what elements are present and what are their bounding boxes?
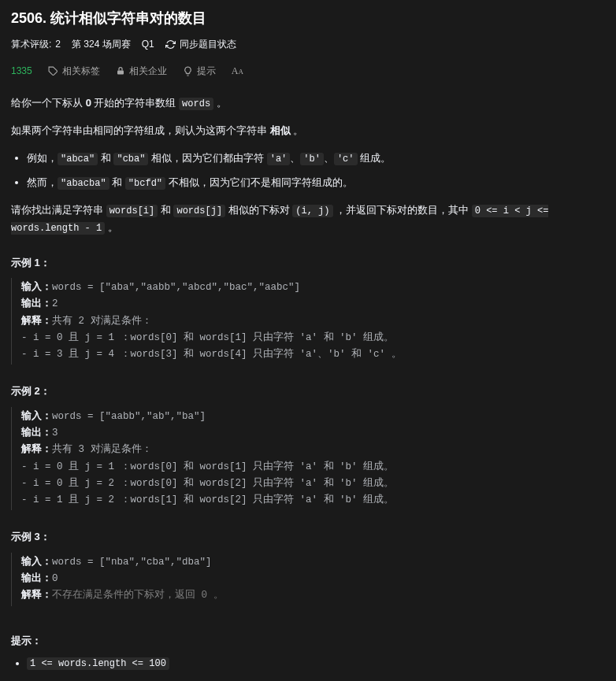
font-icon: AA bbox=[232, 64, 243, 78]
sync-status[interactable]: 同步题目状态 bbox=[165, 37, 236, 51]
tag-icon bbox=[48, 66, 58, 76]
hint-button[interactable]: 提示 bbox=[183, 64, 216, 78]
example-2: 输入：words = ["aabb","ab","ba"] 输出：3 解释：共有… bbox=[11, 407, 605, 511]
bullet-2: 然而，"abacba" 和 "bcfd" 不相似，因为它们不是相同字符组成的。 bbox=[27, 175, 605, 191]
desc-bullets: 例如，"abca" 和 "cba" 相似，因为它们都由字符 'a'、'b'、'c… bbox=[11, 150, 605, 191]
meta-row: 算术评级: 2 第 324 场周赛 Q1 同步题目状态 bbox=[11, 37, 605, 51]
example-1: 输入：words = ["aba","aabb","abcd","bac","a… bbox=[11, 278, 605, 365]
contest-link[interactable]: 第 324 场周赛 bbox=[72, 37, 131, 51]
desc-p3: 请你找出满足字符串 words[i] 和 words[j] 相似的下标对 (i,… bbox=[11, 202, 605, 235]
example-2-label: 示例 2： bbox=[11, 383, 605, 399]
lightbulb-icon bbox=[183, 66, 193, 76]
tags-button[interactable]: 相关标签 bbox=[48, 64, 100, 78]
svg-rect-1 bbox=[117, 71, 124, 75]
example-3-label: 示例 3： bbox=[11, 529, 605, 545]
bullet-1: 例如，"abca" 和 "cba" 相似，因为它们都由字符 'a'、'b'、'c… bbox=[27, 150, 605, 167]
toolbar: 1335 相关标签 相关企业 提示 AA bbox=[11, 64, 605, 78]
constraints-label: 提示： bbox=[11, 633, 605, 649]
example-3: 输入：words = ["nba","cba","dba"] 输出：0 解释：不… bbox=[11, 553, 605, 606]
constraints-list: 1 <= words.length <= 100 1 <= words[i].l… bbox=[11, 656, 605, 681]
ac-count[interactable]: 1335 bbox=[11, 64, 32, 78]
description: 给你一个下标从 0 开始的字符串数组 words 。 如果两个字符串由相同的字符… bbox=[11, 95, 605, 236]
example-1-label: 示例 1： bbox=[11, 255, 605, 271]
lock-icon bbox=[116, 66, 125, 76]
font-size-button[interactable]: AA bbox=[232, 64, 243, 78]
desc-p1: 给你一个下标从 0 开始的字符串数组 words 。 bbox=[11, 95, 605, 112]
companies-button[interactable]: 相关企业 bbox=[116, 64, 167, 78]
constraint-1: 1 <= words.length <= 100 bbox=[27, 656, 605, 671]
question-number: Q1 bbox=[142, 37, 154, 51]
refresh-icon bbox=[165, 39, 176, 50]
problem-title: 2506. 统计相似字符串对的数目 bbox=[11, 8, 605, 29]
desc-p2: 如果两个字符串由相同的字符组成，则认为这两个字符串 相似 。 bbox=[11, 123, 605, 139]
rating: 算术评级: 2 bbox=[11, 37, 61, 51]
